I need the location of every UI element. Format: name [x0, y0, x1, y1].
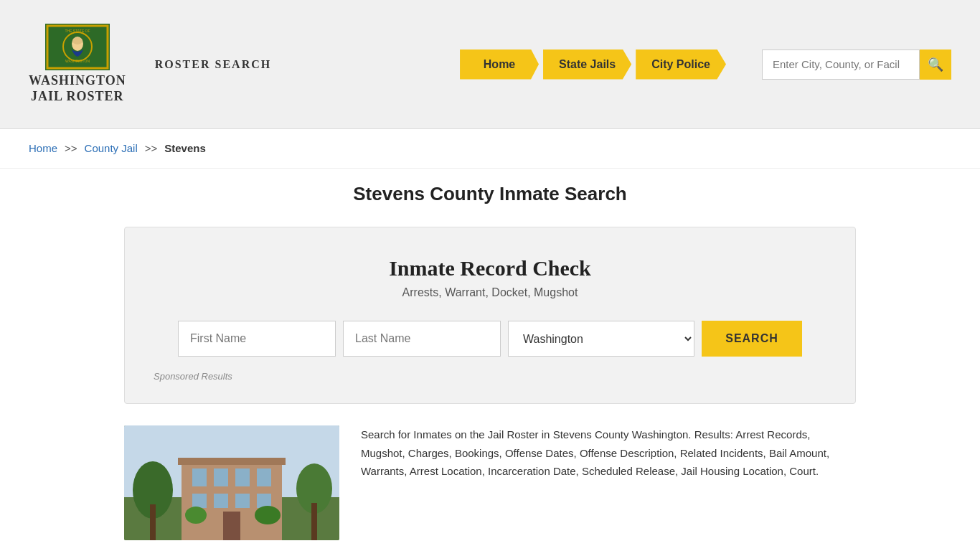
- header-search-area: 🔍: [762, 50, 951, 80]
- breadcrumb: Home >> County Jail >> Stevens: [0, 129, 980, 169]
- description-text: Search for Inmates on the Jail Roster in…: [361, 425, 856, 481]
- svg-rect-10: [178, 458, 286, 465]
- svg-rect-16: [214, 494, 228, 508]
- last-name-input[interactable]: [343, 321, 501, 357]
- nav-home-button[interactable]: Home: [460, 50, 539, 80]
- search-icon: 🔍: [928, 57, 943, 72]
- site-header: THE STATE OF WASHINGTON WASHINGTON JAIL …: [0, 0, 980, 129]
- state-select[interactable]: Washington Alabama Alaska Arizona Califo…: [508, 321, 694, 357]
- page-title: Stevens County Inmate Search: [124, 183, 856, 205]
- svg-point-4: [72, 37, 83, 44]
- svg-rect-13: [235, 468, 250, 486]
- header-search-input[interactable]: [762, 50, 920, 80]
- inmate-box-title: Inmate Record Check: [154, 256, 826, 281]
- svg-rect-14: [257, 468, 271, 486]
- nav-state-jails-button[interactable]: State Jails: [543, 50, 631, 80]
- breadcrumb-sep-2: >>: [145, 142, 158, 154]
- svg-rect-21: [150, 504, 156, 540]
- inmate-box-subtitle: Arrests, Warrant, Docket, Mugshot: [154, 286, 826, 299]
- inmate-search-form: Washington Alabama Alaska Arizona Califo…: [154, 321, 826, 357]
- svg-text:THE STATE OF: THE STATE OF: [65, 29, 90, 33]
- header-search-button[interactable]: 🔍: [920, 50, 951, 80]
- sponsored-results-label: Sponsored Results: [154, 371, 826, 382]
- main-content: Stevens County Inmate Search Inmate Reco…: [95, 169, 885, 551]
- svg-point-25: [255, 506, 281, 524]
- site-logo-link[interactable]: THE STATE OF WASHINGTON WASHINGTON JAIL …: [29, 24, 126, 104]
- svg-rect-12: [214, 468, 228, 486]
- building-illustration: [124, 425, 339, 540]
- nav-city-police-button[interactable]: City Police: [636, 50, 726, 80]
- breadcrumb-home-link[interactable]: Home: [29, 142, 57, 154]
- building-image: [124, 425, 339, 540]
- svg-rect-23: [311, 503, 317, 540]
- search-submit-button[interactable]: SEARCH: [702, 321, 802, 357]
- svg-rect-17: [235, 494, 250, 508]
- breadcrumb-current: Stevens: [164, 142, 206, 154]
- svg-rect-15: [192, 494, 207, 508]
- site-logo-text: WASHINGTON JAIL ROSTER: [29, 73, 126, 104]
- svg-rect-11: [192, 468, 207, 486]
- breadcrumb-sep-1: >>: [65, 142, 77, 154]
- svg-point-24: [185, 507, 207, 524]
- roster-search-label: ROSTER SEARCH: [155, 58, 271, 71]
- inmate-record-box: Inmate Record Check Arrests, Warrant, Do…: [124, 227, 856, 404]
- main-nav: Home State Jails City Police: [460, 50, 726, 80]
- washington-flag-icon: THE STATE OF WASHINGTON: [45, 24, 110, 70]
- svg-rect-19: [223, 512, 240, 540]
- description-section: Search for Inmates on the Jail Roster in…: [124, 425, 856, 540]
- breadcrumb-county-jail-link[interactable]: County Jail: [85, 142, 138, 154]
- svg-rect-18: [257, 494, 271, 508]
- svg-text:WASHINGTON: WASHINGTON: [65, 59, 90, 63]
- first-name-input[interactable]: [178, 321, 336, 357]
